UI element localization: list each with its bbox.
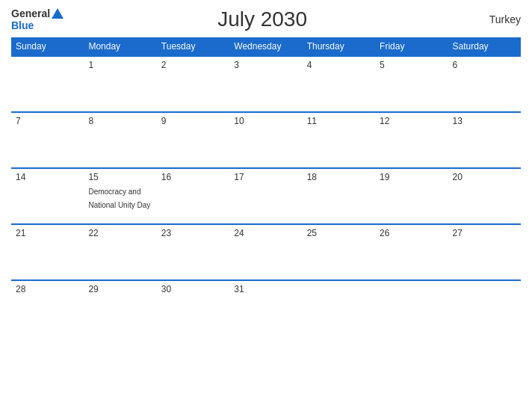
day-cell: 15Democracy and National Unity Day: [84, 168, 156, 224]
day-number: 29: [88, 284, 152, 294]
weekday-header-cell: Sunday: [11, 37, 84, 56]
week-row: 123456: [11, 56, 521, 112]
day-number: 19: [380, 172, 443, 182]
weekday-header-row: SundayMondayTuesdayWednesdayThursdayFrid…: [11, 37, 521, 56]
day-cell: 24: [229, 224, 302, 280]
day-number: 25: [307, 228, 371, 238]
day-number: 15: [88, 172, 152, 182]
week-row: 21222324252627: [11, 224, 521, 280]
event-label: Democracy and National Unity Day: [88, 188, 150, 209]
day-number: 16: [161, 172, 225, 182]
day-cell: 9: [157, 112, 229, 168]
logo-general-text: General: [11, 7, 50, 19]
day-cell: 13: [448, 112, 521, 168]
day-number: 20: [453, 172, 516, 182]
day-cell: 14: [11, 168, 84, 224]
day-number: 27: [453, 228, 516, 238]
calendar-table: SundayMondayTuesdayWednesdayThursdayFrid…: [11, 37, 521, 336]
weekday-header-cell: Wednesday: [229, 37, 302, 56]
day-cell: 28: [11, 280, 84, 336]
weekday-header-cell: Saturday: [448, 37, 521, 56]
week-row: 28293031: [11, 280, 521, 336]
calendar-container: General Blue July 2030 Turkey SundayMond…: [0, 0, 532, 411]
day-cell: 27: [448, 224, 521, 280]
day-cell: [375, 280, 448, 336]
day-cell: 1: [84, 56, 156, 112]
day-number: 17: [234, 172, 297, 182]
day-cell: 23: [157, 224, 229, 280]
day-number: 26: [380, 228, 443, 238]
logo-triangle-icon: [52, 8, 64, 19]
day-number: 28: [16, 284, 79, 294]
day-number: 22: [88, 228, 152, 238]
day-number: 12: [380, 116, 443, 126]
day-number: 30: [161, 284, 225, 294]
day-number: 8: [88, 116, 152, 126]
day-number: 2: [161, 60, 225, 70]
day-cell: 26: [375, 224, 448, 280]
calendar-header: General Blue July 2030 Turkey: [11, 7, 521, 31]
day-cell: 12: [375, 112, 448, 168]
day-cell: 4: [303, 56, 375, 112]
day-cell: 7: [11, 112, 84, 168]
week-row: 1415Democracy and National Unity Day1617…: [11, 168, 521, 224]
day-cell: 16: [157, 168, 229, 224]
day-cell: [303, 280, 375, 336]
day-cell: 19: [375, 168, 448, 224]
day-number: 11: [307, 116, 371, 126]
day-cell: 30: [157, 280, 229, 336]
day-cell: 11: [303, 112, 375, 168]
weekday-header-cell: Friday: [375, 37, 448, 56]
day-cell: 31: [229, 280, 302, 336]
day-number: 14: [16, 172, 79, 182]
logo-blue-text: Blue: [11, 19, 34, 31]
day-cell: 8: [84, 112, 156, 168]
day-number: 4: [307, 60, 371, 70]
day-cell: 5: [375, 56, 448, 112]
day-number: 3: [234, 60, 297, 70]
day-number: 10: [234, 116, 297, 126]
weekday-header-cell: Tuesday: [157, 37, 229, 56]
day-number: 23: [161, 228, 225, 238]
weekday-header-cell: Thursday: [303, 37, 375, 56]
logo: General Blue: [11, 7, 64, 31]
day-number: 24: [234, 228, 297, 238]
day-cell: 6: [448, 56, 521, 112]
day-cell: 18: [303, 168, 375, 224]
day-cell: [11, 56, 84, 112]
day-number: 9: [161, 116, 225, 126]
day-cell: 22: [84, 224, 156, 280]
day-number: 6: [453, 60, 516, 70]
day-cell: 2: [157, 56, 229, 112]
day-number: 21: [16, 228, 79, 238]
day-number: 7: [16, 116, 79, 126]
country-label: Turkey: [461, 13, 521, 25]
day-number: 31: [234, 284, 297, 294]
day-cell: 10: [229, 112, 302, 168]
day-number: 5: [380, 60, 443, 70]
weekday-header-cell: Monday: [84, 37, 156, 56]
day-number: 13: [453, 116, 516, 126]
day-number: 1: [88, 60, 152, 70]
calendar-title: July 2030: [64, 7, 461, 31]
day-cell: 21: [11, 224, 84, 280]
day-cell: 25: [303, 224, 375, 280]
day-cell: 3: [229, 56, 302, 112]
day-number: 18: [307, 172, 371, 182]
day-cell: 20: [448, 168, 521, 224]
day-cell: [448, 280, 521, 336]
day-cell: 29: [84, 280, 156, 336]
day-cell: 17: [229, 168, 302, 224]
week-row: 78910111213: [11, 112, 521, 168]
